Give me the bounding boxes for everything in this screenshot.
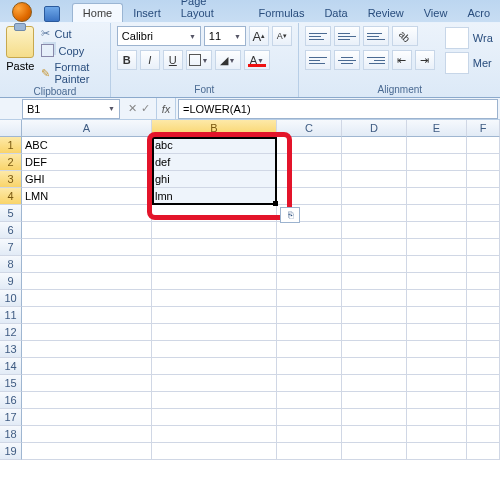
cell[interactable] <box>407 324 467 341</box>
row-header[interactable]: 1 <box>0 137 22 154</box>
cell[interactable] <box>467 426 500 443</box>
cell[interactable] <box>277 256 342 273</box>
cell[interactable] <box>277 154 342 171</box>
cell[interactable] <box>407 273 467 290</box>
format-painter-button[interactable]: ✎Format Painter <box>38 60 103 86</box>
cell[interactable] <box>277 188 342 205</box>
row-header[interactable]: 12 <box>0 324 22 341</box>
cell[interactable] <box>407 409 467 426</box>
cell[interactable] <box>407 307 467 324</box>
cell[interactable] <box>407 205 467 222</box>
cell[interactable] <box>277 222 342 239</box>
cell[interactable]: ABC <box>22 137 152 154</box>
cell[interactable] <box>22 307 152 324</box>
cancel-icon[interactable]: ✕ <box>128 102 137 115</box>
column-header[interactable]: F <box>467 120 500 137</box>
cell[interactable]: lmn <box>152 188 277 205</box>
cell[interactable] <box>152 392 277 409</box>
cell[interactable] <box>467 409 500 426</box>
cell[interactable] <box>277 290 342 307</box>
cell[interactable] <box>467 358 500 375</box>
column-header[interactable]: D <box>342 120 407 137</box>
cell[interactable] <box>467 154 500 171</box>
cell[interactable] <box>407 137 467 154</box>
cell[interactable] <box>22 375 152 392</box>
cell[interactable] <box>277 307 342 324</box>
cell[interactable] <box>342 409 407 426</box>
office-button[interactable] <box>6 2 38 22</box>
cell[interactable] <box>342 443 407 460</box>
cell[interactable] <box>407 154 467 171</box>
cell[interactable] <box>342 171 407 188</box>
cell[interactable] <box>467 290 500 307</box>
merge-button[interactable]: Mer <box>443 51 495 75</box>
cell[interactable] <box>22 324 152 341</box>
cell[interactable] <box>152 443 277 460</box>
align-center-button[interactable] <box>334 50 360 70</box>
cell[interactable] <box>467 171 500 188</box>
italic-button[interactable]: I <box>140 50 160 70</box>
cell[interactable] <box>22 205 152 222</box>
cell[interactable] <box>407 188 467 205</box>
cell[interactable] <box>467 443 500 460</box>
cell[interactable] <box>467 137 500 154</box>
cell[interactable] <box>407 341 467 358</box>
cell[interactable] <box>22 392 152 409</box>
cell[interactable] <box>277 375 342 392</box>
cell[interactable] <box>407 358 467 375</box>
shrink-font-button[interactable]: A▾ <box>272 26 292 46</box>
row-header[interactable]: 9 <box>0 273 22 290</box>
row-header[interactable]: 3 <box>0 171 22 188</box>
row-header[interactable]: 19 <box>0 443 22 460</box>
row-header[interactable]: 10 <box>0 290 22 307</box>
cell[interactable] <box>152 290 277 307</box>
row-header[interactable]: 18 <box>0 426 22 443</box>
cell[interactable] <box>22 443 152 460</box>
cell[interactable] <box>277 324 342 341</box>
cell[interactable] <box>22 426 152 443</box>
cell[interactable] <box>152 222 277 239</box>
cell[interactable]: LMN <box>22 188 152 205</box>
fx-icon[interactable]: fx <box>156 98 176 119</box>
cell[interactable]: DEF <box>22 154 152 171</box>
copy-button[interactable]: Copy <box>38 43 103 58</box>
cell[interactable] <box>407 375 467 392</box>
cell[interactable] <box>407 290 467 307</box>
cell[interactable] <box>22 290 152 307</box>
tab-page-layout[interactable]: Page Layout <box>171 0 249 22</box>
paste-button[interactable]: Paste <box>6 26 34 86</box>
row-header[interactable]: 11 <box>0 307 22 324</box>
cell[interactable] <box>277 426 342 443</box>
cell[interactable] <box>152 375 277 392</box>
cell[interactable] <box>152 341 277 358</box>
cell[interactable] <box>277 443 342 460</box>
cell[interactable] <box>467 392 500 409</box>
cell[interactable] <box>467 239 500 256</box>
cell[interactable]: ghi <box>152 171 277 188</box>
cell[interactable] <box>342 273 407 290</box>
cell[interactable] <box>407 392 467 409</box>
cell[interactable] <box>22 256 152 273</box>
cell[interactable] <box>342 205 407 222</box>
grow-font-button[interactable]: A▴ <box>249 26 269 46</box>
cell[interactable] <box>342 188 407 205</box>
cell[interactable] <box>277 171 342 188</box>
tab-formulas[interactable]: Formulas <box>249 4 315 22</box>
tab-view[interactable]: View <box>414 4 458 22</box>
row-header[interactable]: 17 <box>0 409 22 426</box>
cell[interactable] <box>342 307 407 324</box>
cell[interactable] <box>342 256 407 273</box>
cell[interactable] <box>342 392 407 409</box>
worksheet-grid[interactable]: ABCDEF1ABCabc2DEFdef3GHIghi4LMNlmn567891… <box>0 120 500 460</box>
cell[interactable] <box>22 273 152 290</box>
cell[interactable] <box>22 222 152 239</box>
font-size-selector[interactable]: 11▼ <box>204 26 246 46</box>
cell[interactable] <box>152 256 277 273</box>
cell[interactable] <box>467 222 500 239</box>
cell[interactable] <box>467 205 500 222</box>
cut-button[interactable]: ✂Cut <box>38 26 103 41</box>
cell[interactable] <box>152 239 277 256</box>
align-bottom-button[interactable] <box>363 26 389 46</box>
cell[interactable] <box>342 137 407 154</box>
cell[interactable] <box>152 358 277 375</box>
